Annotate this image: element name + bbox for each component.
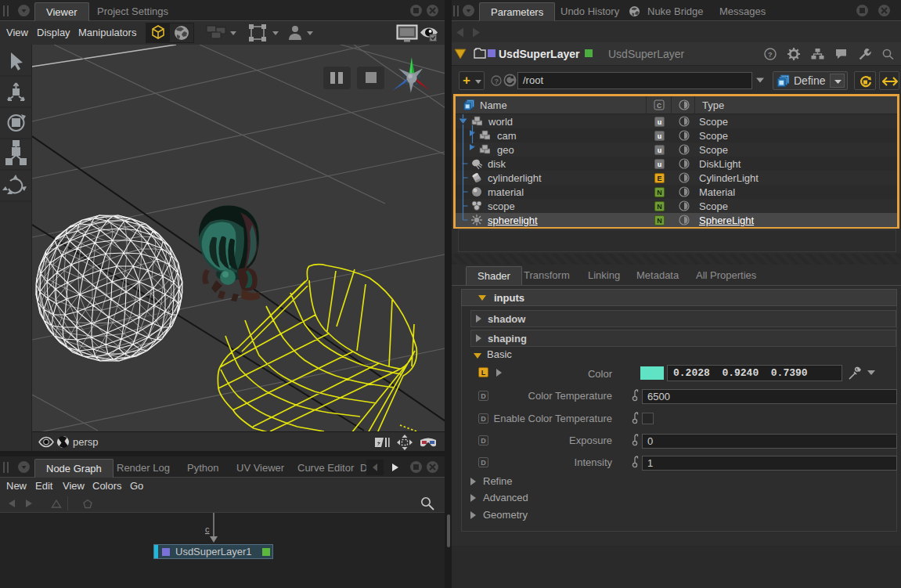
svg-text:?: ? <box>495 78 499 85</box>
svg-text:?: ? <box>768 51 773 59</box>
svg-text:C: C <box>657 102 661 110</box>
svg-text:c: c <box>205 525 210 534</box>
